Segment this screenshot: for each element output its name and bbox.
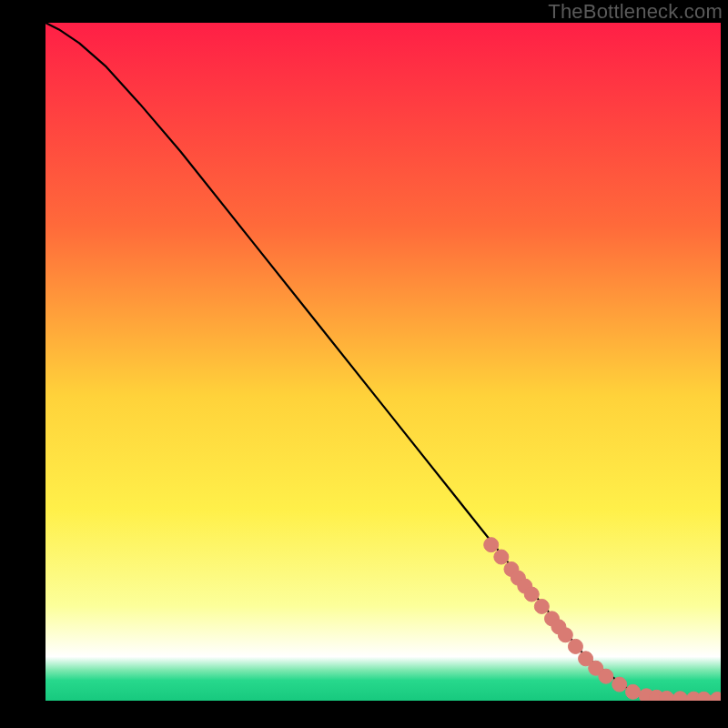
data-marker [558,628,572,642]
chart-stage: TheBottleneck.com [0,0,728,728]
data-marker [568,639,582,653]
watermark-text: TheBottleneck.com [548,0,723,24]
data-marker [484,538,499,552]
data-marker [599,669,613,683]
plot-background [46,23,721,701]
data-marker [524,587,539,602]
data-marker [626,684,641,699]
data-marker [612,677,627,692]
data-marker [534,599,549,613]
chart-plot [46,23,721,701]
data-marker [494,550,509,564]
